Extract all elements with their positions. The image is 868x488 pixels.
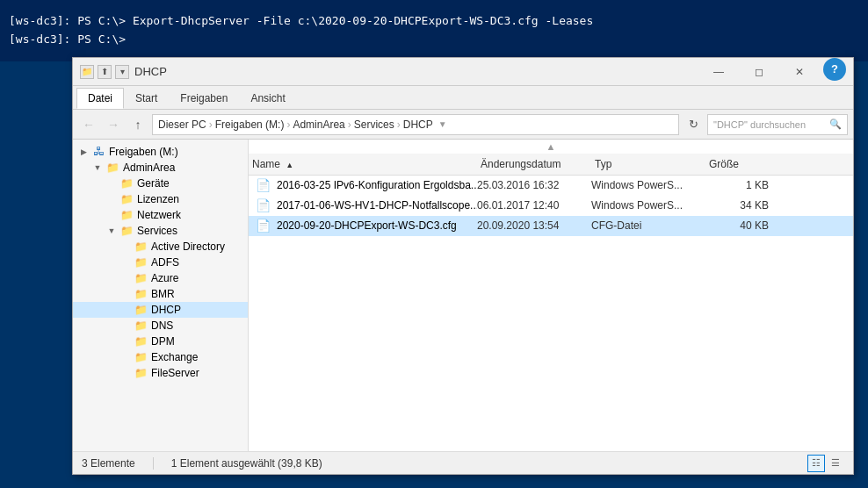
forward-button[interactable]: → <box>103 114 124 135</box>
path-services: Services <box>354 118 394 131</box>
file-row[interactable]: 📄 2017-01-06-WS-HV1-DHCP-Notfallscope...… <box>249 196 853 216</box>
tab-ansicht[interactable]: Ansicht <box>239 88 296 109</box>
search-placeholder: "DHCP" durchsuchen <box>713 119 826 130</box>
sidebar-item-bmr[interactable]: 📁 BMR <box>73 286 248 302</box>
ps-file-icon-0: 📄 <box>256 178 271 192</box>
sort-arrow-name: ▲ <box>286 161 293 169</box>
sidebar-label-dpm: DPM <box>151 335 175 348</box>
sidebar-label-exchange: Exchange <box>151 351 198 363</box>
refresh-button[interactable]: ↻ <box>683 114 704 135</box>
sidebar-item-lizenzen[interactable]: 📁 Lizenzen <box>73 191 248 207</box>
tab-datei[interactable]: Datei <box>76 88 124 109</box>
file-size-2: 40 KB <box>705 219 776 232</box>
view-detail-button[interactable]: ☷ <box>807 455 825 472</box>
tab-start[interactable]: Start <box>124 88 169 109</box>
folder-icon-fileserver: 📁 <box>133 367 148 379</box>
sidebar-label-lizenzen: Lizenzen <box>137 193 179 205</box>
sidebar-label-bmr: BMR <box>151 288 175 300</box>
network-icon: 🖧 <box>90 145 106 158</box>
file-date-0: 25.03.2016 16:32 <box>477 179 591 191</box>
file-name-1: 📄 2017-01-06-WS-HV1-DHCP-Notfallscope... <box>249 198 477 212</box>
title-bar-icons: 📁 ⬆ ▾ <box>80 65 129 79</box>
path-arrow: ▼ <box>438 119 447 129</box>
sidebar-item-dns[interactable]: 📁 DNS <box>73 318 248 334</box>
sidebar-item-adfs[interactable]: 📁 ADFS <box>73 255 248 270</box>
terminal-line-2: [ws-dc3]: PS C:\> <box>9 31 859 49</box>
search-icon: 🔍 <box>829 118 842 130</box>
address-path[interactable]: Dieser PC › Freigaben (M:) › AdminArea ›… <box>152 114 679 135</box>
sidebar-label-activedirectory: Active Directory <box>151 240 225 253</box>
col-header-size[interactable]: Größe <box>705 156 776 172</box>
tb-icon-2: ⬆ <box>98 65 112 79</box>
folder-icon-dpm: 📁 <box>133 335 148 348</box>
file-date-1: 06.01.2017 12:40 <box>477 199 591 212</box>
path-freigaben: Freigaben (M:) <box>215 118 285 131</box>
folder-icon-dhcp: 📁 <box>133 304 148 316</box>
sidebar-item-adminarea[interactable]: ▼ 📁 AdminArea <box>73 160 248 176</box>
sidebar-label-geraete: Geräte <box>137 177 170 190</box>
col-header-date[interactable]: Änderungsdatum <box>477 156 591 172</box>
sidebar-item-services[interactable]: ▼ 📁 Services <box>73 223 248 239</box>
file-list: ▲ Name ▲ Änderungsdatum Typ Größe <box>249 140 853 451</box>
back-button[interactable]: ← <box>78 114 99 135</box>
path-dieser-pc: Dieser PC <box>158 118 206 131</box>
maximize-button[interactable]: ◻ <box>739 58 779 86</box>
sidebar-item-dhcp[interactable]: 📁 DHCP <box>73 302 248 318</box>
sidebar-label-dhcp: DHCP <box>151 304 181 316</box>
main-area: ▶ 🖧 Freigaben (M:) ▼ 📁 AdminArea 📁 Gerät… <box>73 140 853 451</box>
sidebar-item-dpm[interactable]: 📁 DPM <box>73 334 248 349</box>
status-selected: 1 Element ausgewählt (39,8 KB) <box>171 457 322 470</box>
view-list-button[interactable]: ☰ <box>827 455 844 472</box>
up-button[interactable]: ↑ <box>127 114 148 135</box>
status-bar: 3 Elemente 1 Element ausgewählt (39,8 KB… <box>73 451 853 474</box>
minimize-button[interactable]: — <box>698 58 739 86</box>
tab-freigaben[interactable]: Freigaben <box>169 88 239 109</box>
folder-icon-dns: 📁 <box>133 319 148 332</box>
folder-icon-ad: 📁 <box>133 240 148 253</box>
folder-icon-netzwerk: 📁 <box>119 209 134 221</box>
column-headers: Name ▲ Änderungsdatum Typ Größe <box>249 154 853 176</box>
folder-icon-adminarea: 📁 <box>105 161 120 174</box>
sidebar: ▶ 🖧 Freigaben (M:) ▼ 📁 AdminArea 📁 Gerät… <box>73 140 249 451</box>
explorer-window: 📁 ⬆ ▾ DHCP — ◻ ✕ ? Datei Start Freigaben… <box>72 57 854 475</box>
ribbon: Datei Start Freigaben Ansicht <box>73 86 853 110</box>
window-title: DHCP <box>134 65 698 78</box>
ribbon-tabs: Datei Start Freigaben Ansicht <box>73 86 853 109</box>
help-button[interactable]: ? <box>823 58 846 81</box>
cfg-file-icon: 📄 <box>256 219 271 233</box>
tree-arrow: ▶ <box>76 147 90 156</box>
sidebar-item-netzwerk[interactable]: 📁 Netzwerk <box>73 207 248 223</box>
sidebar-item-geraete[interactable]: 📁 Geräte <box>73 176 248 191</box>
tree-arrow-adminarea: ▼ <box>90 163 105 172</box>
sidebar-item-freigaben[interactable]: ▶ 🖧 Freigaben (M:) <box>73 143 248 160</box>
close-button[interactable]: ✕ <box>779 58 820 86</box>
sidebar-label-azure: Azure <box>151 272 178 284</box>
col-header-type[interactable]: Typ <box>591 156 705 172</box>
col-header-name[interactable]: Name ▲ <box>249 156 477 172</box>
view-icons: ☷ ☰ <box>807 455 844 472</box>
sidebar-item-azure[interactable]: 📁 Azure <box>73 270 248 286</box>
search-box[interactable]: "DHCP" durchsuchen 🔍 <box>707 114 848 135</box>
file-row-selected[interactable]: 📄 2020-09-20-DHCPExport-WS-DC3.cfg 20.09… <box>249 216 853 236</box>
file-row[interactable]: 📄 2016-03-25 IPv6-Konfiguration Ergoldsb… <box>249 176 853 196</box>
tb-icon-3: ▾ <box>115 65 129 79</box>
folder-icon-services: 📁 <box>119 225 134 237</box>
sidebar-label-dns: DNS <box>151 319 173 332</box>
folder-icon-azure: 📁 <box>133 272 148 284</box>
sidebar-item-fileserver[interactable]: 📁 FileServer <box>73 365 248 381</box>
folder-icon-bmr: 📁 <box>133 288 148 300</box>
folder-icon-lizenzen: 📁 <box>119 193 134 205</box>
path-dhcp: DHCP <box>403 118 433 131</box>
file-type-0: Windows PowerS... <box>591 179 705 191</box>
sidebar-item-exchange[interactable]: 📁 Exchange <box>73 349 248 365</box>
sidebar-label-adminarea: AdminArea <box>123 161 175 174</box>
file-name-0: 📄 2016-03-25 IPv6-Konfiguration Ergoldsb… <box>249 178 477 192</box>
file-type-1: Windows PowerS... <box>591 199 705 212</box>
ps-file-icon-1: 📄 <box>256 198 271 212</box>
file-name-2: 📄 2020-09-20-DHCPExport-WS-DC3.cfg <box>249 219 477 233</box>
file-type-2: CFG-Datei <box>591 219 705 232</box>
folder-icon-exchange: 📁 <box>133 351 148 363</box>
status-separator <box>153 457 154 470</box>
sidebar-label-freigaben: Freigaben (M:) <box>109 146 178 158</box>
sidebar-item-activedirectory[interactable]: 📁 Active Directory <box>73 239 248 255</box>
